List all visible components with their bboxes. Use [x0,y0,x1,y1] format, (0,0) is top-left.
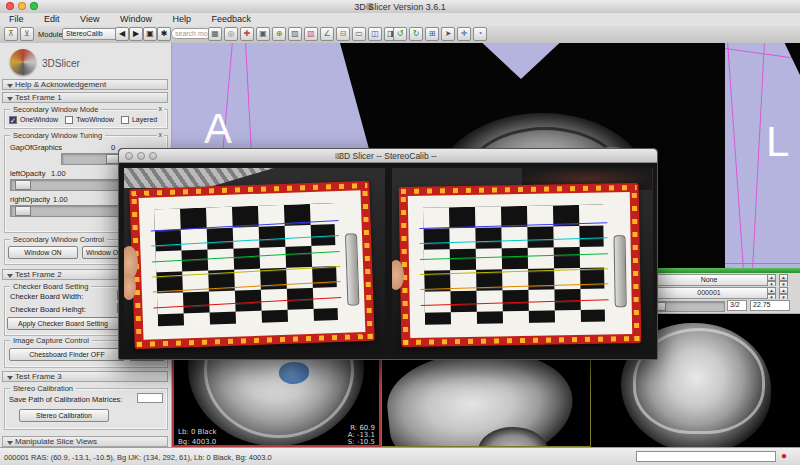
calib-group-title: Stereo Calibration [10,384,76,393]
gap-label: GapOfGraphics [10,143,62,152]
window-mode-option-twowindow[interactable]: TwoWindow [65,116,114,124]
tuning-group-close-icon[interactable]: x [157,131,165,138]
roi-icon[interactable]: ◫ [368,27,382,41]
layout-icon[interactable]: ⊞ [425,27,439,41]
data-probe-text: 000001 RAS: (60.9, -13.1, -10.5), Bg IJK… [4,453,272,462]
module-settings-gear-icon[interactable]: ✱ [157,27,171,41]
edit-icon-group: ↺↻⊞➤✛◔ [392,27,488,41]
coronal-offset-field[interactable]: 22.75 [750,300,790,311]
checkerboard-pattern-right [423,205,605,325]
crosshair-dropdown-icon[interactable]: ✛ [457,27,471,41]
stepper-up-button[interactable]: ▴ [767,274,776,281]
module-search-input[interactable]: search modules [171,28,211,39]
checkbox-checked[interactable]: ✓ [9,116,17,124]
scene-snapshot-icon[interactable]: ◎ [224,27,238,41]
screenshot-icon[interactable]: ▦ [208,27,222,41]
orientation-label-l: L [766,118,789,166]
menu-edit[interactable]: Edit [35,13,69,24]
detected-corner-lines-left [154,203,334,209]
stereocalib-window[interactable]: 3D Slicer -- StereoCalib -- [118,148,658,360]
section-test-frame-3[interactable]: Test Frame 3 [2,371,168,382]
menu-window[interactable]: Window [111,13,161,24]
right-opacity-slider-thumb[interactable] [15,206,31,216]
undock-panel-icon[interactable]: ▣ [143,27,157,41]
clipboard-clip-left [345,233,360,305]
right-opacity-label: rightOpacity [10,195,50,204]
module-forward-button[interactable]: ▶ [129,27,143,41]
window-on-button[interactable]: Window ON [8,246,78,259]
app-window: 3D Slicer Version 3.6.1 File Edit View W… [0,0,800,465]
coronal-bg-selector[interactable]: 000001▾ [647,287,776,299]
chessboard-finder-button[interactable]: Chessboard Finder OFF [9,348,125,361]
camera-image-right [392,168,653,354]
volumes-icon[interactable]: ⊕ [272,27,286,41]
title-bar[interactable]: 3D Slicer Version 3.6.1 [0,0,800,14]
wireframe-line [727,43,744,268]
camera-image-left [124,168,385,354]
undo-icon[interactable]: ↺ [393,27,407,41]
models-icon[interactable]: ▣ [256,27,270,41]
logo-text: 3DSlicer [42,58,80,69]
error-log-icon[interactable]: ● [781,450,787,461]
checkbox-unchecked[interactable] [121,116,129,124]
left-opacity-slider-thumb[interactable] [15,180,31,190]
stepper-up-button[interactable]: ▴ [779,274,788,281]
stereo-calibration-button[interactable]: Stereo Calibration [19,409,109,422]
axial-bg-text: Bg: 4003.0 [178,438,216,446]
ruler-icon[interactable]: ▭ [352,27,366,41]
coronal-index-field[interactable]: 3/2 [727,300,747,311]
checkbox-label: OneWindow [20,116,58,123]
section-manipulate-slice-views[interactable]: Manipulate Slice Views [2,436,168,447]
redo-icon[interactable]: ↻ [409,27,423,41]
measurements-icon[interactable]: ∠ [320,27,334,41]
checkbox-unchecked[interactable] [65,116,73,124]
mode-group-close-icon[interactable]: x [157,105,165,112]
progress-field[interactable] [636,451,776,462]
corner-line-1 [151,220,339,231]
file-icon-group: ⊼⊻ [3,27,35,41]
board-width-label: Checker Board Width: [10,292,83,301]
corner-line-5 [153,281,341,292]
editor-icon[interactable]: ▧ [304,27,318,41]
colors-icon[interactable]: ⊟ [336,27,350,41]
checkerboard-clipboard-left [129,181,374,349]
corner-line-2 [151,235,339,246]
corner-line-4 [152,266,340,277]
module-icon-group: ▦◎✚▣⊕▨▧∠⊟▭◫◨ [207,27,399,41]
apply-board-setting-button[interactable]: Apply Checker Board Setting [7,317,119,330]
capture-group-title: Image Capture Control [10,336,92,345]
secondary-window-mode-group: Secondary Window Mode x ✓OneWindowTwoWin… [4,109,168,129]
coronal-fg-selector[interactable]: None▾ [647,274,776,286]
gold-trim [632,185,640,341]
stepper-up-button[interactable]: ▴ [779,287,788,294]
save-scene-icon[interactable]: ⊻ [20,27,34,41]
stereocalib-title-bar[interactable]: 3D Slicer -- StereoCalib -- [119,149,657,163]
mouse-mode-dropdown-icon[interactable]: ➤ [441,27,455,41]
window-mode-option-layered[interactable]: Layered [121,116,157,124]
checkbox-label: Layered [132,116,157,123]
section-help-acknowledgement[interactable]: Help & Acknowledgement [2,79,168,90]
detected-corner-lines-right [423,205,603,208]
window-mode-option-onewindow[interactable]: ✓OneWindow [9,116,58,124]
calib-path-field[interactable] [137,393,163,403]
screen-capture-icon[interactable]: ◔ [473,27,487,41]
load-scene-icon[interactable]: ⊼ [4,27,18,41]
module-selector[interactable]: StereoCalib▾ [62,28,123,40]
transforms-icon[interactable]: ▨ [288,27,302,41]
tuning-group-title: Secondary Window Tuning [10,131,105,140]
stereo-calibration-group: Stereo Calibration Save Path of Calibrat… [4,388,168,430]
mode-group-title: Secondary Window Mode [10,105,101,114]
corner-line-3 [420,253,608,260]
checkbox-label: TwoWindow [76,116,114,123]
menu-view[interactable]: View [71,13,108,24]
menu-help[interactable]: Help [163,13,200,24]
menu-file[interactable]: File [0,13,33,24]
menu-feedback[interactable]: Feedback [203,13,261,24]
module-back-button[interactable]: ◀ [115,27,129,41]
fiducials-icon[interactable]: ✚ [240,27,254,41]
stepper-up-button[interactable]: ▴ [767,287,776,294]
section-test-frame-1[interactable]: Test Frame 1 [2,92,168,103]
stereocalib-window-title: 3D Slicer -- StereoCalib -- [119,151,657,161]
menu-bar: File Edit View Window Help Feedback [0,13,800,27]
orientation-label-a: A [204,105,232,153]
